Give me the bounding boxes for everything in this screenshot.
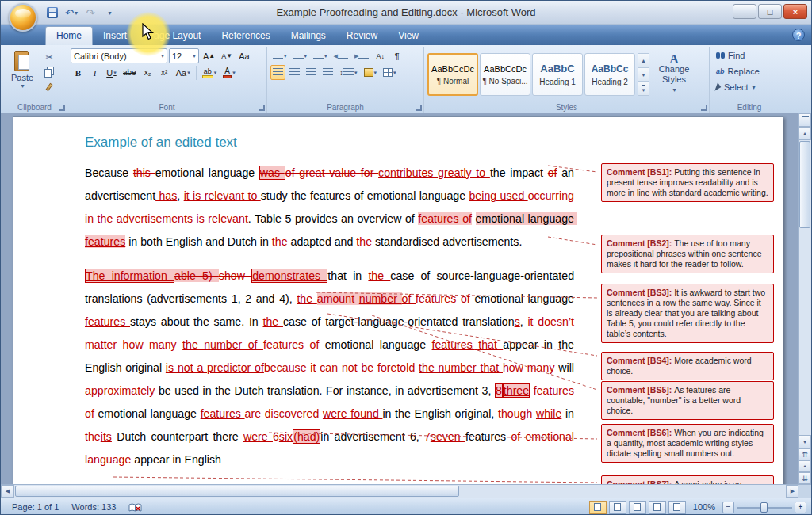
select-button[interactable]: Select ▾ [713,80,786,94]
horizontal-scroll-thumb[interactable] [15,486,459,497]
document-page[interactable]: Example of an edited text Because this e… [13,116,783,484]
paragraph[interactable]: Because this emotional language was of g… [85,162,574,254]
comment-box[interactable]: Comment [BS6]: When you are indicating a… [601,424,774,463]
view-outline-button[interactable] [649,501,666,514]
bullets-button[interactable]: ▾ [270,48,289,63]
style-normal[interactable]: AaBbCcDc ¶ Normal [427,53,478,96]
comment-box[interactable]: Comment [BS4]: More academic word choice… [601,352,774,380]
font-dialog-launcher[interactable] [259,105,265,111]
zoom-slider[interactable] [737,502,792,513]
decrease-indent-button[interactable]: ◀ [331,48,350,63]
comment-box[interactable]: Comment [BS3]: It is awkward to start tw… [601,284,774,343]
italic-button[interactable]: I [87,65,102,80]
paste-button[interactable]: Paste ▾ [6,48,39,101]
comment-box[interactable]: Comment [BS2]: The use of too many prepo… [601,235,774,273]
paragraph-dialog-launcher[interactable] [416,105,422,111]
styles-scroll-up-button[interactable]: ▲ [638,53,649,67]
maximize-button[interactable]: □ [758,4,782,19]
change-case-button[interactable]: Aa▾ [174,65,193,80]
clear-formatting-button[interactable]: Aa [236,48,251,63]
view-print-layout-button[interactable] [589,501,607,514]
scroll-track[interactable] [799,229,811,435]
page-indicator[interactable]: Page: 1 of 1 [6,498,65,515]
zoom-in-button[interactable]: + [795,502,806,513]
justify-button[interactable] [320,65,335,80]
show-hide-paragraph-button[interactable]: ¶ [389,48,404,63]
vertical-scroll-thumb[interactable] [799,141,810,228]
zoom-level[interactable]: 100% [688,502,720,512]
redo-button[interactable]: ↷ [82,4,99,21]
view-web-layout-button[interactable] [629,501,646,514]
minimize-button[interactable]: — [733,4,756,19]
scroll-left-button[interactable]: ◀ [1,485,14,498]
font-size-combo[interactable]: 12 ▾ [169,48,199,63]
change-styles-button[interactable]: A Change Styles ▾ [652,51,696,98]
select-browse-object-button[interactable]: • [799,460,811,472]
close-button[interactable]: × [783,4,807,19]
cut-button[interactable]: ✂ [40,50,58,64]
sort-button[interactable]: A↓ [373,48,388,63]
grow-font-button[interactable]: A▲ [201,48,217,63]
scroll-up-button[interactable]: ▲ [799,127,811,140]
view-draft-button[interactable] [668,501,686,514]
tab-home[interactable]: Home [45,26,93,45]
bold-button[interactable]: B [71,65,86,80]
font-name-combo[interactable]: Calibri (Body) ▾ [71,48,167,63]
undo-icon: ↶ [65,7,74,19]
style-heading-1[interactable]: AaBbC Heading 1 [532,53,583,96]
increase-indent-button[interactable]: ▶ [352,48,371,63]
font-color-button[interactable]: A ▾ [220,65,238,80]
subscript-button[interactable]: x₂ [140,65,155,80]
tab-review[interactable]: Review [336,27,388,45]
superscript-button[interactable]: x² [157,65,172,80]
comment-box[interactable]: Comment [BS7]: A semi-colon is an [601,475,774,484]
proofing-status-button[interactable] [122,498,148,515]
vertical-scrollbar[interactable]: ▲ ▼ ⇈ • ⇊ [798,113,811,484]
multilevel-list-button[interactable]: ▾ [311,48,330,63]
customize-qat-button[interactable]: ▾ [101,4,118,21]
comment-box[interactable]: Comment [BS1]: Putting this sentence in … [601,163,774,202]
copy-button[interactable] [40,65,58,79]
align-center-button[interactable] [287,65,302,80]
next-page-button[interactable]: ⇊ [799,472,811,484]
align-right-button[interactable] [304,65,319,80]
ruler-toggle-button[interactable] [799,113,811,127]
numbering-button[interactable]: ▾ [291,48,310,63]
shading-button[interactable]: ▾ [362,65,380,80]
styles-gallery-more-button[interactable]: ▾ [638,82,649,96]
comment-box[interactable]: Comment [BS5]: As features are countable… [601,381,774,420]
shrink-font-button[interactable]: A▼ [219,48,235,63]
save-button[interactable] [44,4,61,21]
tab-insert[interactable]: Insert [93,27,137,45]
tab-view[interactable]: View [388,27,429,45]
zoom-out-button[interactable]: − [722,502,734,513]
subscript-icon: x₂ [144,68,151,77]
align-left-button[interactable] [270,65,285,80]
tab-mailings[interactable]: Mailings [281,27,336,45]
tab-page-layout[interactable]: Page Layout [137,27,211,45]
tab-references[interactable]: References [211,27,280,45]
clipboard-dialog-launcher[interactable] [59,105,65,111]
underline-button[interactable]: U▾ [104,65,119,80]
horizontal-scrollbar[interactable]: ◀ ▶ [1,484,799,498]
find-button[interactable]: Find [713,48,786,63]
word-count[interactable]: Words: 133 [65,498,122,515]
office-button[interactable] [9,3,37,32]
styles-scroll-down-button[interactable]: ▼ [638,67,649,82]
style-no-spacing[interactable]: AaBbCcDc ¶ No Spaci... [480,53,530,96]
undo-button[interactable]: ↶▾ [63,4,80,21]
paragraph[interactable]: The information able 5) show demonstrate… [85,265,574,471]
scroll-down-button[interactable]: ▼ [799,435,811,448]
previous-page-button[interactable]: ⇈ [799,448,811,460]
borders-button[interactable]: ▾ [381,65,399,80]
text-highlight-button[interactable]: ab ▾ [200,65,220,80]
format-painter-button[interactable] [40,80,58,94]
styles-dialog-launcher[interactable] [701,105,707,111]
line-spacing-button[interactable]: ↕▾ [337,65,360,80]
view-fullscreen-button[interactable] [609,501,626,514]
help-button[interactable]: ? [792,29,805,41]
replace-button[interactable]: ab Replace [713,64,786,78]
strikethrough-button[interactable]: abe [121,65,139,80]
zoom-slider-thumb[interactable] [760,502,768,513]
style-heading-2[interactable]: AaBbCc Heading 2 [584,53,635,96]
